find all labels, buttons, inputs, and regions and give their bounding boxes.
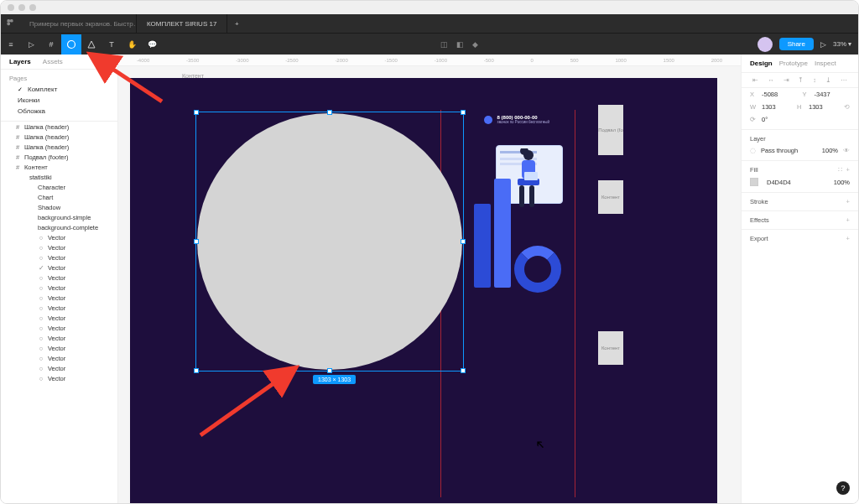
tab-inspect[interactable]: Inspect: [815, 60, 836, 67]
fill-hex-input[interactable]: D4D4D4: [767, 179, 829, 186]
layer-row[interactable]: Shadow: [1, 202, 117, 212]
traffic-light-min[interactable]: [18, 4, 25, 11]
traffic-light-max[interactable]: [29, 4, 36, 11]
layer-row-vector[interactable]: ○Vector: [1, 353, 117, 363]
layer-row[interactable]: Chart: [1, 192, 117, 202]
layer-row[interactable]: #Шапка (header): [1, 132, 117, 142]
add-stroke-icon[interactable]: +: [846, 198, 850, 205]
layer-row[interactable]: statistiki: [1, 172, 117, 182]
align-top-icon[interactable]: ⤒: [798, 76, 804, 84]
tab-layers[interactable]: Layers: [9, 58, 31, 65]
fill-style-icon[interactable]: ∷: [838, 166, 842, 174]
layer-row-vector[interactable]: ○Vector: [1, 283, 117, 293]
frame-thumbnail[interactable]: Подвал (fo: [598, 105, 623, 155]
section-effects: Effects: [750, 216, 769, 224]
zoom-level[interactable]: 33% ▾: [833, 40, 851, 48]
move-tool-icon[interactable]: ▷: [21, 34, 41, 55]
resize-handle[interactable]: [194, 110, 199, 115]
rotation-input[interactable]: 0°: [762, 116, 850, 123]
resize-handle[interactable]: [461, 239, 466, 244]
layer-row-vector[interactable]: ○Vector: [1, 333, 117, 343]
traffic-light-close[interactable]: [8, 4, 14, 11]
align-left-icon[interactable]: ⇤: [752, 76, 758, 84]
opacity-input[interactable]: 100%: [822, 147, 838, 154]
w-input[interactable]: 1303: [762, 103, 792, 111]
boolean-icon[interactable]: ◧: [456, 40, 464, 49]
blend-mode-select[interactable]: Pass through: [761, 147, 817, 154]
tab-design[interactable]: Design: [750, 60, 773, 67]
layer-row[interactable]: Character: [1, 182, 117, 192]
svg-rect-2: [7, 23, 10, 26]
mask-icon[interactable]: ◫: [440, 40, 448, 49]
frame-tool-icon[interactable]: #: [41, 34, 61, 55]
share-button[interactable]: Share: [779, 38, 814, 50]
ruler-horizontal: -4000-3500-3000 -2500-2000-1500 -1000-50…: [118, 55, 741, 66]
layer-row-vector[interactable]: ○Vector: [1, 242, 117, 252]
layer-row[interactable]: #Контент: [1, 162, 117, 172]
tab-assets[interactable]: Assets: [43, 58, 63, 65]
add-fill-icon[interactable]: +: [846, 166, 850, 174]
resize-handle[interactable]: [461, 110, 466, 115]
layer-row[interactable]: #Шапка (header): [1, 122, 117, 132]
tab-prototype[interactable]: Prototype: [779, 60, 808, 67]
svg-rect-10: [529, 185, 534, 207]
visibility-icon[interactable]: 👁: [843, 147, 850, 154]
align-tools[interactable]: ⇤ ↔ ⇥ ⤒ ↕ ⤓ ⋯: [742, 73, 858, 88]
main-menu-icon[interactable]: ≡: [1, 34, 21, 55]
w-label: W: [750, 103, 757, 111]
layer-row-vector[interactable]: ○Vector: [1, 343, 117, 353]
svg-rect-9: [519, 185, 524, 207]
align-right-icon[interactable]: ⇥: [784, 76, 789, 84]
layer-row-vector[interactable]: ○Vector: [1, 323, 117, 333]
help-button[interactable]: ?: [836, 481, 850, 495]
artboard[interactable]: 8 (800) 000-00-00 звонок по России беспл…: [130, 78, 717, 503]
layer-row-vector[interactable]: ○Vector: [1, 363, 117, 373]
layer-row-vector[interactable]: ○Vector: [1, 373, 117, 383]
layer-row-vector[interactable]: ○Vector: [1, 232, 117, 242]
resize-handle[interactable]: [327, 110, 332, 115]
layer-row-vector[interactable]: ○Vector: [1, 273, 117, 283]
header-contact: 8 (800) 000-00-00 звонок по России беспл…: [484, 115, 549, 124]
svg-rect-1: [10, 19, 13, 23]
distribute-icon[interactable]: ⋯: [841, 76, 847, 84]
resize-handle[interactable]: [194, 239, 199, 244]
selection-bounds[interactable]: [195, 112, 464, 372]
tab-examples[interactable]: Примеры первых экранов. Быстр…: [19, 14, 137, 33]
align-vcenter-icon[interactable]: ↕: [813, 76, 816, 84]
resize-handle[interactable]: [327, 368, 332, 373]
layer-row-vector[interactable]: ✓Vector: [1, 262, 117, 273]
layer-row-vector[interactable]: ○Vector: [1, 303, 117, 313]
chart-ring: [514, 246, 561, 293]
blend-mode-icon[interactable]: ◌: [750, 147, 756, 154]
x-input[interactable]: -5088: [762, 91, 798, 98]
align-bottom-icon[interactable]: ⤓: [825, 76, 831, 84]
svg-line-11: [93, 56, 162, 101]
align-hcenter-icon[interactable]: ↔: [768, 76, 774, 84]
svg-rect-8: [524, 172, 538, 180]
layer-row-vector[interactable]: ○Vector: [1, 313, 117, 323]
tab-active-file[interactable]: КОМПЛЕКТ SIRIUS 17: [137, 14, 227, 33]
lock-aspect-icon[interactable]: ⟲: [844, 103, 850, 111]
present-icon[interactable]: ▷: [820, 40, 826, 49]
layer-row-vector[interactable]: ○Vector: [1, 293, 117, 303]
frame-thumbnail[interactable]: Контент: [598, 331, 623, 365]
y-input[interactable]: -3437: [815, 91, 851, 98]
add-effect-icon[interactable]: +: [846, 216, 850, 224]
fill-swatch[interactable]: [750, 178, 758, 186]
component-icon[interactable]: ◆: [472, 40, 478, 49]
layer-row-vector[interactable]: ○Vector: [1, 252, 117, 262]
user-avatar[interactable]: [757, 37, 773, 52]
layer-row[interactable]: background-simple: [1, 212, 117, 222]
frame-thumbnail[interactable]: Контент: [598, 180, 623, 214]
layer-row[interactable]: #Шапка (header): [1, 142, 117, 152]
add-export-icon[interactable]: +: [846, 235, 850, 242]
section-layer: Layer: [750, 135, 766, 143]
new-tab-icon[interactable]: +: [227, 20, 246, 28]
layer-row[interactable]: #Подвал (footer): [1, 152, 117, 162]
h-input[interactable]: 1303: [809, 103, 839, 111]
layer-row[interactable]: background-complete: [1, 222, 117, 232]
figma-home-icon[interactable]: [1, 19, 19, 28]
resize-handle[interactable]: [461, 368, 466, 373]
fill-opacity-input[interactable]: 100%: [834, 179, 850, 186]
shape-tool-icon[interactable]: [61, 34, 81, 55]
